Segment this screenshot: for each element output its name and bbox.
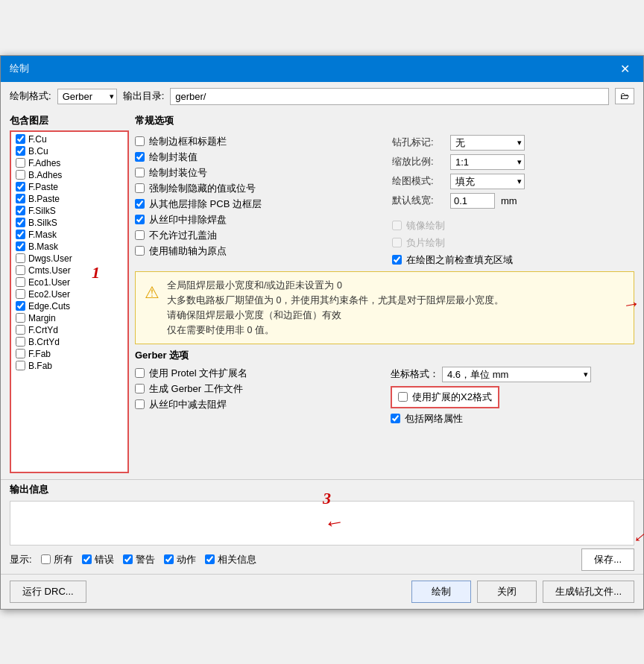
layer-checkbox[interactable] bbox=[16, 349, 25, 358]
gerber-job-opt[interactable]: 生成 Gerber 工作文件 bbox=[135, 382, 379, 396]
opt-refdes[interactable]: 绘制封装位号 bbox=[135, 166, 377, 180]
output-dir-input[interactable] bbox=[170, 88, 609, 105]
layer-item[interactable]: Edge.Cuts bbox=[13, 300, 126, 312]
layer-checkbox[interactable] bbox=[16, 313, 25, 323]
layer-checkbox[interactable] bbox=[16, 158, 25, 168]
layer-item[interactable]: B.Fab bbox=[13, 360, 126, 372]
layer-checkbox[interactable] bbox=[16, 241, 25, 251]
layer-checkbox[interactable] bbox=[16, 146, 25, 156]
layer-item[interactable]: F.Mask bbox=[13, 229, 126, 241]
filter-all[interactable]: 所有 bbox=[41, 553, 73, 566]
layer-item[interactable]: Dwgs.User bbox=[13, 253, 126, 265]
layer-checkbox[interactable] bbox=[16, 253, 25, 263]
x2-format-check[interactable] bbox=[398, 392, 408, 402]
layer-item[interactable]: B.Adhes bbox=[13, 169, 126, 181]
drill-mark-select[interactable]: 无 bbox=[450, 135, 525, 151]
subtract-mask-check[interactable] bbox=[135, 399, 145, 409]
layer-item[interactable]: Eco1.User bbox=[13, 276, 126, 288]
layer-checkbox[interactable] bbox=[16, 265, 25, 275]
layer-item[interactable]: B.Cu bbox=[13, 145, 126, 157]
linewidth-input[interactable] bbox=[450, 193, 495, 209]
format-select-wrap[interactable]: Gerber bbox=[57, 89, 117, 104]
layer-item[interactable]: Eco2.User bbox=[13, 288, 126, 300]
filter-info[interactable]: 相关信息 bbox=[205, 553, 256, 566]
save-button[interactable]: 保存... bbox=[581, 548, 634, 571]
layer-item[interactable]: F.CrtYd bbox=[13, 324, 126, 336]
filter-action-check[interactable] bbox=[164, 554, 174, 564]
format-select[interactable]: Gerber bbox=[57, 89, 117, 104]
gerber-job-check[interactable] bbox=[135, 384, 145, 393]
layer-checkbox[interactable] bbox=[16, 218, 25, 227]
layer-checkbox[interactable] bbox=[16, 230, 25, 239]
opt-refdes-check[interactable] bbox=[135, 168, 145, 177]
plot-mode-select[interactable]: 填充 bbox=[450, 174, 525, 189]
layer-item[interactable]: B.SilkS bbox=[13, 217, 126, 229]
gerber-right-opts: 坐标格式： 4.6，单位 mm 使用扩展的X2格式 bbox=[391, 367, 634, 426]
close-button[interactable]: ✕ bbox=[616, 60, 634, 78]
opt-border-check[interactable] bbox=[135, 136, 145, 146]
opt-exclude-edge[interactable]: 从其他层排除 PCB 边框层 bbox=[135, 197, 377, 211]
opt-exclude-pad[interactable]: 从丝印中排除焊盘 bbox=[135, 213, 377, 227]
opt-via-check[interactable] bbox=[135, 230, 145, 240]
filter-warning-check[interactable] bbox=[123, 554, 133, 564]
opt-hidden-check[interactable] bbox=[135, 183, 145, 193]
layer-item[interactable]: F.Cu bbox=[13, 133, 126, 145]
layer-item[interactable]: F.SilkS bbox=[13, 205, 126, 217]
filter-action[interactable]: 动作 bbox=[164, 553, 196, 566]
filter-info-check[interactable] bbox=[205, 554, 215, 564]
layer-checkbox[interactable] bbox=[16, 337, 25, 347]
opt-border[interactable]: 绘制边框和标题栏 bbox=[135, 135, 377, 148]
opt-hidden[interactable]: 强制绘制隐藏的值或位号 bbox=[135, 182, 377, 195]
output-log-area[interactable] bbox=[10, 501, 634, 546]
layer-checkbox[interactable] bbox=[16, 325, 25, 335]
negative-opt[interactable]: 负片绘制 bbox=[392, 236, 634, 250]
check-fill-check[interactable] bbox=[392, 255, 402, 265]
layer-checkbox[interactable] bbox=[16, 194, 25, 203]
close-button[interactable]: 关闭 bbox=[477, 581, 537, 603]
subtract-mask-opt[interactable]: 从丝印中减去阻焊 bbox=[135, 398, 379, 411]
opt-exclude-pad-check[interactable] bbox=[135, 215, 145, 224]
opt-aux-check[interactable] bbox=[135, 246, 145, 256]
opt-value-check[interactable] bbox=[135, 152, 145, 162]
coord-format-select[interactable]: 4.6，单位 mm bbox=[442, 367, 591, 382]
net-attr-opt[interactable]: 包括网络属性 bbox=[391, 412, 634, 426]
warning-container: ⚠ 全局阻焊层最小宽度和/或边距未设置为 0 大多数电路板厂期望值为 0，并使用… bbox=[135, 271, 634, 344]
opt-border-label: 绘制边框和标题栏 bbox=[149, 135, 227, 148]
protel-ext-check[interactable] bbox=[135, 368, 145, 378]
layer-checkbox[interactable] bbox=[16, 289, 25, 299]
opt-exclude-edge-check[interactable] bbox=[135, 199, 145, 209]
mirror-opt[interactable]: 镜像绘制 bbox=[392, 219, 634, 233]
opt-via[interactable]: 不允许过孔盖油 bbox=[135, 229, 377, 242]
layer-item[interactable]: F.Adhes bbox=[13, 157, 126, 169]
layer-item[interactable]: Margin bbox=[13, 312, 126, 324]
net-attr-check[interactable] bbox=[391, 414, 400, 423]
layer-item[interactable]: Cmts.User bbox=[13, 265, 126, 276]
layer-item[interactable]: F.Paste bbox=[13, 181, 126, 193]
layer-checkbox[interactable] bbox=[16, 301, 25, 311]
opt-aux[interactable]: 使用辅助轴为原点 bbox=[135, 244, 377, 258]
warning-box: ⚠ 全局阻焊层最小宽度和/或边距未设置为 0 大多数电路板厂期望值为 0，并使用… bbox=[135, 271, 634, 344]
protel-ext-opt[interactable]: 使用 Protel 文件扩展名 bbox=[135, 367, 379, 380]
filter-all-check[interactable] bbox=[41, 554, 51, 564]
layer-item[interactable]: F.Fab bbox=[13, 348, 126, 360]
layer-checkbox[interactable] bbox=[16, 277, 25, 287]
plot-button[interactable]: 绘制 bbox=[411, 581, 471, 603]
filter-error[interactable]: 错误 bbox=[82, 553, 114, 566]
layer-checkbox[interactable] bbox=[16, 206, 25, 215]
drill-button[interactable]: 生成钻孔文件... bbox=[543, 581, 634, 603]
drc-button[interactable]: 运行 DRC... bbox=[10, 581, 86, 603]
layer-item[interactable]: B.CrtYd bbox=[13, 336, 126, 348]
layer-checkbox[interactable] bbox=[16, 182, 25, 192]
layer-item[interactable]: B.Paste bbox=[13, 193, 126, 205]
layer-checkbox[interactable] bbox=[16, 361, 25, 370]
check-fill-opt[interactable]: 在绘图之前检查填充区域 bbox=[392, 253, 634, 267]
layer-checkbox[interactable] bbox=[16, 170, 25, 180]
filter-warning[interactable]: 警告 bbox=[123, 553, 155, 566]
scale-select[interactable]: 1:1 bbox=[450, 154, 525, 170]
layer-list-box[interactable]: F.CuB.CuF.AdhesB.AdhesF.PasteB.PasteF.Si… bbox=[10, 130, 129, 473]
layer-item[interactable]: B.Mask bbox=[13, 241, 126, 253]
layer-checkbox[interactable] bbox=[16, 134, 25, 144]
browse-button[interactable]: 🗁 bbox=[615, 88, 634, 104]
filter-error-check[interactable] bbox=[82, 554, 92, 564]
opt-value[interactable]: 绘制封装值 bbox=[135, 151, 377, 164]
